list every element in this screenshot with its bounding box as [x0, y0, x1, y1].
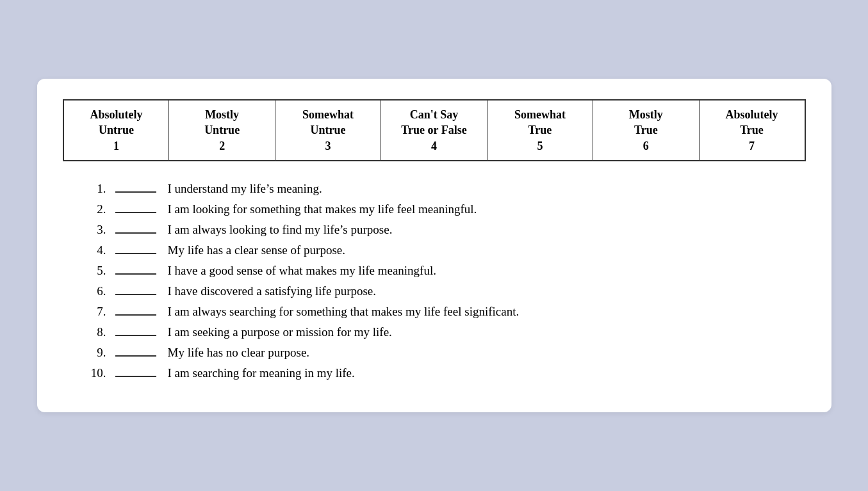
question-text: I have a good sense of what makes my lif… [168, 264, 806, 278]
answer-blank[interactable] [115, 335, 156, 336]
list-item: 8.I am seeking a purpose or mission for … [76, 325, 806, 339]
question-number: 3. [76, 223, 109, 237]
scale-column: MostlyUntrue2 [169, 100, 275, 161]
list-item: 2.I am looking for something that makes … [76, 202, 806, 216]
question-text: I am seeking a purpose or mission for my… [168, 325, 806, 339]
scale-table: AbsolutelyUntrue1MostlyUntrue2SomewhatUn… [63, 99, 806, 161]
question-text: I am always looking to find my life’s pu… [168, 223, 806, 237]
list-item: 4.My life has a clear sense of purpose. [76, 243, 806, 257]
question-text: I have discovered a satisfying life purp… [168, 284, 806, 298]
scale-column: MostlyTrue6 [593, 100, 699, 161]
answer-blank[interactable] [115, 191, 156, 193]
question-number: 2. [76, 202, 109, 216]
question-text: My life has a clear sense of purpose. [168, 243, 806, 257]
question-number: 8. [76, 325, 109, 339]
question-text: I understand my life’s meaning. [168, 182, 806, 196]
scale-column: AbsolutelyUntrue1 [63, 100, 169, 161]
question-number: 6. [76, 284, 109, 298]
list-item: 5.I have a good sense of what makes my l… [76, 264, 806, 278]
question-number: 1. [76, 182, 109, 196]
question-number: 9. [76, 346, 109, 360]
scale-column: SomewhatUntrue3 [275, 100, 381, 161]
answer-blank[interactable] [115, 376, 156, 377]
list-item: 1.I understand my life’s meaning. [76, 182, 806, 196]
question-text: I am looking for something that makes my… [168, 202, 806, 216]
question-text: My life has no clear purpose. [168, 346, 806, 360]
list-item: 9.My life has no clear purpose. [76, 346, 806, 360]
questions-list: 1.I understand my life’s meaning.2.I am … [63, 182, 806, 380]
list-item: 3.I am always looking to find my life’s … [76, 223, 806, 237]
question-number: 4. [76, 243, 109, 257]
question-text: I am searching for meaning in my life. [168, 366, 806, 380]
answer-blank[interactable] [115, 212, 156, 213]
list-item: 6.I have discovered a satisfying life pu… [76, 284, 806, 298]
list-item: 10.I am searching for meaning in my life… [76, 366, 806, 380]
scale-column: Can't SayTrue or False4 [381, 100, 487, 161]
question-number: 10. [76, 366, 109, 380]
scale-column: SomewhatTrue5 [487, 100, 593, 161]
question-text: I am always searching for something that… [168, 305, 806, 319]
answer-blank[interactable] [115, 355, 156, 357]
answer-blank[interactable] [115, 232, 156, 234]
answer-blank[interactable] [115, 314, 156, 316]
question-number: 7. [76, 305, 109, 319]
question-number: 5. [76, 264, 109, 278]
list-item: 7.I am always searching for something th… [76, 305, 806, 319]
answer-blank[interactable] [115, 273, 156, 275]
answer-blank[interactable] [115, 253, 156, 254]
answer-blank[interactable] [115, 294, 156, 295]
main-card: AbsolutelyUntrue1MostlyUntrue2SomewhatUn… [37, 79, 831, 412]
scale-column: AbsolutelyTrue7 [699, 100, 805, 161]
